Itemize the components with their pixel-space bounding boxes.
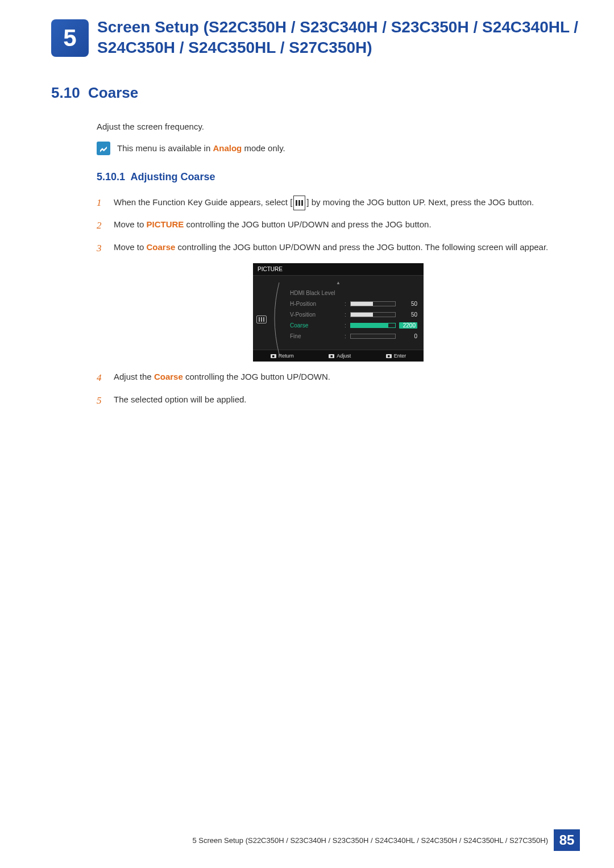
step-number: 3: [97, 241, 103, 256]
subsection-heading: 5.10.1 Adjusting Coarse: [97, 171, 580, 183]
osd-item: H-Position:50: [290, 298, 421, 309]
page-footer: 5 Screen Setup (S22C350H / S23C340H / S2…: [0, 829, 614, 851]
osd-value: 50: [399, 301, 417, 307]
osd-item-label: V-Position: [290, 312, 341, 318]
osd-item: Coarse:2200: [290, 320, 421, 331]
osd-value: 0: [399, 333, 417, 339]
step-number: 1: [97, 196, 103, 211]
osd-key-icon: ■: [386, 354, 392, 358]
chapter-number-badge: 5: [51, 19, 89, 57]
step-number: 4: [97, 371, 103, 385]
osd-key-icon: ■: [329, 354, 334, 358]
note-row: This menu is available in Analog mode on…: [97, 142, 580, 155]
footer-text: 5 Screen Setup (S22C350H / S23C340H / S2…: [192, 836, 548, 845]
osd-category-icon: [256, 315, 267, 323]
osd-slider: [350, 312, 396, 317]
osd-menu: PICTURE ▲ HDMI Black LevelH-Position:50V…: [253, 263, 424, 362]
osd-item: HDMI Black Level: [290, 288, 421, 298]
step-number: 2: [97, 218, 103, 233]
section-title: Coarse: [88, 84, 138, 101]
osd-item: V-Position:50: [290, 309, 421, 320]
step-highlight: Coarse: [154, 372, 183, 381]
osd-item-label: H-Position: [290, 301, 341, 307]
osd-slider: [350, 323, 396, 328]
step-highlight: Coarse: [147, 242, 176, 252]
page-number: 85: [554, 829, 580, 851]
subsection-number: 5.10.1: [97, 171, 125, 182]
subsection-title: Adjusting Coarse: [130, 171, 215, 182]
osd-value: 2200: [399, 322, 417, 329]
note-text: This menu is available in Analog mode on…: [117, 143, 285, 153]
menu-icon: [293, 196, 305, 211]
osd-item-label: Coarse: [290, 322, 341, 329]
chapter-header: 5 Screen Setup (S22C350H / S23C340H / S2…: [34, 17, 580, 59]
step-number: 5: [97, 393, 103, 408]
osd-slider: [350, 301, 396, 306]
step-5: 5 The selected option will be applied.: [97, 393, 580, 408]
osd-item-label: Fine: [290, 333, 341, 339]
chapter-title: Screen Setup (S22C350H / S23C340H / S23C…: [97, 17, 580, 59]
osd-slider: [350, 334, 396, 339]
osd-value: 50: [399, 312, 417, 318]
osd-footer-item: ■Adjust: [329, 353, 351, 359]
step-highlight: PICTURE: [147, 219, 184, 229]
step-3: 3 Move to Coarse controlling the JOG but…: [97, 241, 580, 256]
step-1: 1 When the Function Key Guide appears, s…: [97, 196, 580, 211]
note-highlight: Analog: [213, 143, 242, 153]
osd-item: Fine:0: [290, 331, 421, 342]
osd-header: PICTURE: [253, 263, 424, 276]
step-2: 2 Move to PICTURE controlling the JOG bu…: [97, 218, 580, 233]
section-intro: Adjust the screen frequency.: [97, 122, 580, 131]
step-list: 1 When the Function Key Guide appears, s…: [97, 196, 580, 408]
osd-key-icon: ■: [271, 354, 276, 358]
osd-footer-item: ■Enter: [386, 353, 406, 359]
section-number: 5.10: [51, 84, 80, 101]
step-4: 4 Adjust the Coarse controlling the JOG …: [97, 371, 580, 385]
osd-curve-decoration: [271, 283, 287, 354]
osd-item-label: HDMI Black Level: [290, 290, 341, 296]
note-icon: [97, 142, 110, 155]
section-heading: 5.10 Coarse: [34, 84, 580, 102]
